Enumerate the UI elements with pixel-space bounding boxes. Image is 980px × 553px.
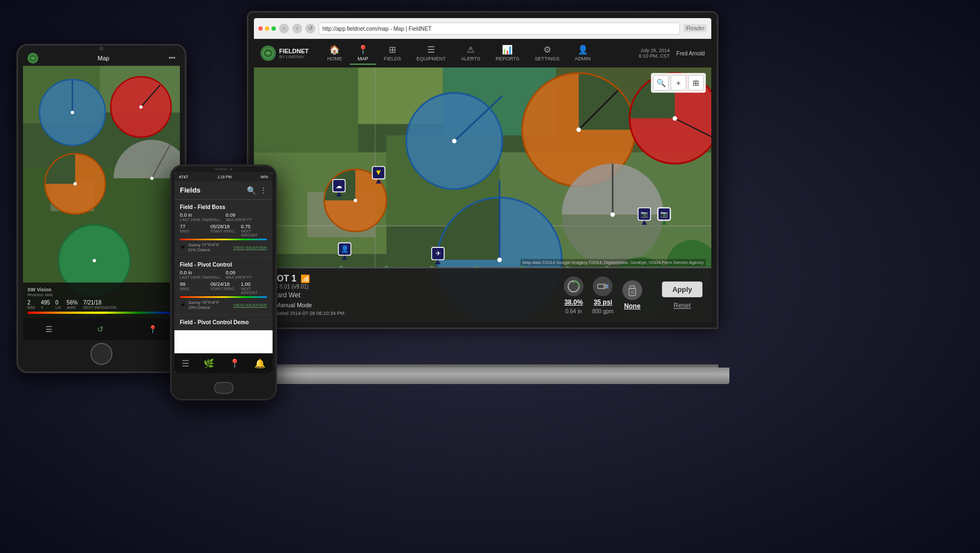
pivot-ctrl-rainfall-val: 0.0 in	[180, 270, 222, 275]
tablet-menu-dots[interactable]: •••	[168, 54, 175, 62]
alerts-icon: ⚠	[467, 44, 474, 55]
nav-alerts-label: ALERTS	[461, 56, 480, 61]
phone-nav-list-icon[interactable]: ☰	[182, 358, 189, 369]
svg-point-89	[150, 177, 154, 180]
phone-status-bar: AT&T 1:19 PM 94%	[174, 172, 273, 181]
nav-admin[interactable]: 👤 ADMIN	[567, 42, 598, 65]
svg-text:👤: 👤	[341, 245, 349, 253]
browser-refresh-btn[interactable]: ↺	[305, 24, 315, 33]
stat-val-1: 2	[27, 300, 35, 306]
field-boss-rainfall-lbl: LAST 24HR. RAINFALL	[180, 218, 222, 222]
pressure-value[interactable]: 35 psi	[593, 298, 612, 306]
tablet-stat-next-irr: 7/21/18 NEXT IRRIGATION	[83, 300, 117, 309]
field-item-pivot-control-demo[interactable]: Field - Pivot Control Demo	[174, 315, 273, 330]
svg-rect-2	[254, 67, 358, 153]
chemical-value[interactable]: None	[624, 302, 641, 310]
nav-equipment[interactable]: ☰ EQUIPMENT	[409, 42, 454, 65]
nav-user: Fred Arnold	[676, 50, 705, 57]
phone-search-icon[interactable]: 🔍	[247, 186, 256, 195]
browser-dots	[258, 26, 276, 31]
apply-reset-column: Apply Reset	[653, 268, 711, 322]
tablet-map-area[interactable]: Saratoga, WY SW Vision Riverton Wet 2 BA…	[23, 66, 180, 318]
stat-lbl-1: BAR	[27, 306, 35, 309]
pivot-info: PIVOT 1 📶 BOSS 8.01 (v9.01) Forward Wet …	[254, 268, 553, 322]
rotation-control[interactable]: 38.0% 0.64 in	[564, 276, 584, 314]
phone-nav-alerts-icon[interactable]: 🔔	[254, 358, 265, 369]
field-boss-mws-lbl: MWS	[180, 229, 206, 233]
map-add-btn[interactable]: +	[671, 75, 686, 91]
map-layers-btn[interactable]: ⊞	[688, 75, 704, 91]
phone-nav-location-icon[interactable]: 📍	[229, 358, 240, 369]
stat-val-4: 56%	[67, 300, 78, 306]
field-boss-view-weather-link[interactable]: VIEW WEATHER	[233, 245, 267, 250]
browser-back-btn[interactable]: ‹	[279, 24, 289, 33]
reader-btn[interactable]: iReader	[683, 24, 707, 32]
rotation-icon	[564, 276, 584, 296]
browser-maximize-dot[interactable]	[271, 26, 276, 31]
tablet-bottom-bar: ☰ ↺ 📍	[23, 318, 180, 340]
map-search-btn[interactable]: 🔍	[653, 75, 669, 91]
pivot-updated: ⏱ Updated 2014-07-28 06:10:34 PM	[263, 311, 544, 316]
tablet-logo	[27, 53, 38, 64]
reset-button[interactable]: Reset	[662, 302, 703, 309]
fieldnet-logo-sub: BY LINDSAY	[279, 54, 309, 59]
nav-alerts[interactable]: ⚠ ALERTS	[454, 42, 488, 65]
percent-value[interactable]: 38.0%	[564, 298, 583, 306]
pivot-mode-row: Forward Wet	[263, 291, 544, 299]
tablet-field-name: SW Vision	[27, 287, 175, 292]
svg-text:📷: 📷	[641, 210, 649, 218]
laptop-device: ‹ › ↺ http://app.fieldnet.com/map - Map …	[236, 11, 729, 384]
pivot-ctrl-weather-text: Sunny 75°F/4°F15% Chance	[188, 300, 231, 310]
nav-reports[interactable]: 📊 REPORTS	[488, 42, 527, 65]
field-boss-rainfall-val: 0.0 in	[180, 212, 222, 218]
phone-more-icon[interactable]: ⋮	[259, 186, 267, 195]
pivot-demo-name: Field - Pivot Control Demo	[180, 319, 249, 325]
field-item-pivot-control[interactable]: Field - Pivot Control 0.0 in LAST 24HR. …	[174, 257, 273, 315]
field-boss-weather-text: Sunny 77°F/4°F21% Chance	[188, 242, 231, 252]
equipment-icon: ☰	[427, 44, 435, 55]
pivot-control-header: Field - Pivot Control	[180, 262, 267, 268]
pivot-ctrl-mws-col: 99 MWS	[180, 281, 206, 295]
map-attribution: Map data ©2014 Google Imagery ©2014, Dig…	[520, 259, 706, 266]
map-area[interactable]: ▼ ☁ 👤 ✈	[254, 67, 711, 322]
nav-fields[interactable]: ⊞ FIELDS	[376, 42, 409, 65]
tablet-nav-location-icon[interactable]: 📍	[148, 325, 157, 334]
svg-point-86	[73, 182, 77, 185]
nav-equipment-label: EQUIPMENT	[416, 56, 446, 61]
svg-line-67	[607, 284, 608, 285]
phone-bottom-bar: ☰ 🌿 📍 🔔	[174, 353, 273, 373]
tablet-nav-list-icon[interactable]: ☰	[46, 325, 53, 334]
pivot-ctrl-view-weather-link[interactable]: VIEW WEATHER	[233, 303, 267, 308]
field-boss-startirr-val: 05/28/18	[211, 224, 237, 229]
field-item-field-boss[interactable]: Field - Field Boss 0.0 in LAST 24HR. RAI…	[174, 200, 273, 257]
nav-settings[interactable]: ⚙ SETTINGS	[527, 42, 567, 65]
stat-lbl-4: AWN	[67, 306, 78, 309]
apply-button[interactable]: Apply	[662, 281, 703, 297]
tablet-navbar: Map •••	[23, 50, 180, 66]
tablet-stat-bar: 2 BAR	[27, 300, 35, 309]
tablet-nav-refresh-icon[interactable]: ↺	[97, 325, 104, 334]
browser-close-dot[interactable]	[258, 26, 263, 31]
browser-forward-btn[interactable]: ›	[292, 24, 302, 33]
phone-field-list: Field - Field Boss 0.0 in LAST 24HR. RAI…	[174, 200, 273, 330]
fieldnet-logo-icon	[260, 46, 276, 61]
phone-home-button[interactable]	[214, 382, 234, 394]
phone-screen: AT&T 1:19 PM 94% Fields 🔍 ⋮ Field - Fiel…	[174, 172, 273, 373]
phone-fields-header: Fields 🔍 ⋮	[174, 181, 273, 200]
phone-nav-fieldnet-icon[interactable]: 🌿	[203, 358, 214, 369]
tablet-screen: Map •••	[23, 50, 180, 340]
water-control[interactable]: 35 psi 800 gpm	[592, 276, 614, 314]
nav-home[interactable]: 🏠 HOME	[320, 42, 350, 65]
main-scene: ‹ › ↺ http://app.fieldnet.com/map - Map …	[0, 0, 980, 553]
browser-url-bar[interactable]: http://app.fieldnet.com/map - Map | Fiel…	[319, 22, 680, 35]
field-boss-mws-val: 77	[180, 224, 206, 229]
browser-minimize-dot[interactable]	[265, 26, 269, 31]
pivot-ctrl-maxdrop-lbl: MAX DROP FT	[226, 275, 268, 279]
tablet-weather-bar	[27, 312, 175, 314]
nav-datetime: July 28, 2014 6:10 PM, CST	[639, 48, 670, 59]
tablet-home-button[interactable]	[90, 343, 112, 365]
wifi-status-icon: 📶	[301, 274, 310, 283]
chemical-control[interactable]: None	[622, 280, 642, 310]
phone-camera-area	[213, 167, 235, 171]
nav-map[interactable]: 📍 MAP	[350, 42, 376, 65]
